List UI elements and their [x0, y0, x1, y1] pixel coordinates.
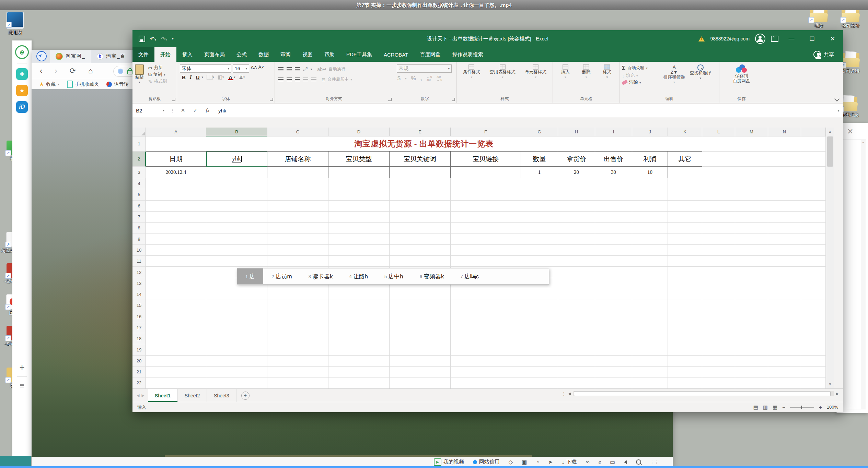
cell-K10[interactable]	[668, 245, 702, 256]
cell-K18[interactable]	[668, 333, 702, 344]
cell-J2[interactable]: 利润	[632, 152, 668, 167]
health-app-icon[interactable]: ✚	[16, 68, 28, 80]
cell-A3[interactable]: 2020.12.4	[146, 167, 206, 178]
cell-D17[interactable]	[328, 322, 390, 333]
font-name-combo[interactable]: 宋体▾	[180, 64, 231, 73]
cell-L10[interactable]	[702, 245, 735, 256]
row-header-8[interactable]: 8	[132, 223, 146, 233]
desktop-icon[interactable]: ↗ 此电脑	[1, 12, 30, 35]
cell-L6[interactable]	[702, 201, 735, 212]
cell-K3[interactable]	[668, 167, 702, 178]
cell-M18[interactable]	[735, 333, 768, 344]
borders-icon[interactable]	[207, 75, 212, 80]
clear-button[interactable]: 清除▾	[622, 80, 659, 85]
cell-G2[interactable]: 数量	[521, 152, 558, 167]
cell-B15[interactable]	[206, 300, 267, 311]
cell-L11[interactable]	[702, 256, 735, 267]
cell-C2[interactable]: 店铺名称	[267, 152, 328, 167]
cell-F21[interactable]	[451, 367, 521, 377]
cell-I16[interactable]	[595, 311, 632, 322]
cell-G7[interactable]	[521, 212, 558, 223]
cell-C18[interactable]	[267, 333, 328, 344]
cell-D18[interactable]	[328, 333, 390, 344]
insert-function-icon[interactable]: fx	[201, 108, 214, 113]
row-header-17[interactable]: 17	[132, 322, 146, 333]
column-header-F[interactable]: F	[451, 128, 521, 136]
cell-E15[interactable]	[390, 300, 451, 311]
ribbon-tab[interactable]: ACROBAT	[378, 47, 414, 62]
percent-icon[interactable]: %	[411, 75, 416, 82]
cell-J18[interactable]	[632, 333, 668, 344]
cell-L1[interactable]	[702, 136, 735, 152]
cell-H6[interactable]	[558, 201, 595, 212]
row-header-13[interactable]: 13	[132, 278, 146, 289]
cell-A4[interactable]	[146, 178, 206, 189]
column-header-A[interactable]: A	[146, 128, 206, 136]
cell-H15[interactable]	[558, 300, 595, 311]
cell-K7[interactable]	[668, 212, 702, 223]
row-header-18[interactable]: 18	[132, 333, 146, 344]
cell-G14[interactable]	[521, 289, 558, 300]
cell-I13[interactable]	[595, 278, 632, 289]
dialog-launcher-icon[interactable]	[452, 98, 455, 101]
cell-N5[interactable]	[768, 189, 801, 200]
zoom-level[interactable]: 100%	[827, 405, 838, 410]
cell-M7[interactable]	[735, 212, 768, 223]
row-header-12[interactable]: 12	[132, 267, 146, 278]
cell-E16[interactable]	[390, 311, 451, 322]
zoom-slider[interactable]	[790, 407, 814, 408]
cell-E4[interactable]	[390, 178, 451, 189]
cell-L3[interactable]	[702, 167, 735, 178]
align-bottom-icon[interactable]	[295, 67, 300, 71]
column-header-K[interactable]: K	[668, 128, 702, 136]
vertical-scrollbar[interactable]: ▲ ▼	[826, 128, 834, 388]
cell-I22[interactable]	[595, 377, 632, 388]
find-select-button[interactable]: 查找和选择▾	[687, 64, 714, 86]
cell-L16[interactable]	[702, 311, 735, 322]
cell-H4[interactable]	[558, 178, 595, 189]
cell-E21[interactable]	[390, 367, 451, 377]
decrease-indent-icon[interactable]	[303, 77, 308, 81]
cell-H8[interactable]	[558, 223, 595, 233]
refresh-icon[interactable]: ⟳	[70, 67, 76, 75]
column-header-B[interactable]: B	[206, 128, 267, 136]
cell-I5[interactable]	[595, 189, 632, 200]
cell-A8[interactable]	[146, 223, 206, 233]
cell-D6[interactable]	[328, 201, 390, 212]
cell-N2[interactable]	[768, 152, 801, 167]
cell-B4[interactable]	[206, 178, 267, 189]
cell-A21[interactable]	[146, 367, 206, 377]
cell-G15[interactable]	[521, 300, 558, 311]
cell-F8[interactable]	[451, 223, 521, 233]
ime-candidate[interactable]: 3读卡器k	[300, 268, 341, 284]
cell-J11[interactable]	[632, 256, 668, 267]
paste-button[interactable]: 粘贴▾	[132, 64, 146, 86]
cell-L18[interactable]	[702, 333, 735, 344]
save-to-baidu-button[interactable]: 保存到 百度网盘	[719, 64, 764, 84]
cell-E2[interactable]: 宝贝关键词	[390, 152, 451, 167]
cell-C11[interactable]	[267, 256, 328, 267]
cell-L12[interactable]	[702, 267, 735, 278]
cell-L8[interactable]	[702, 223, 735, 233]
cell-L2[interactable]	[702, 152, 735, 167]
column-header-J[interactable]: J	[632, 128, 668, 136]
cell-M20[interactable]	[735, 356, 768, 367]
voice-bookmark[interactable]: 语音转	[106, 81, 128, 87]
font-size-combo[interactable]: 16▾	[233, 64, 249, 73]
cell-J8[interactable]	[632, 223, 668, 233]
add-icon[interactable]: +	[12, 362, 32, 373]
column-header-N[interactable]: N	[768, 128, 801, 136]
cell-G16[interactable]	[521, 311, 558, 322]
cell-J14[interactable]	[632, 289, 668, 300]
favorites-app-icon[interactable]: ★	[16, 85, 28, 96]
cell-K15[interactable]	[668, 300, 702, 311]
cell-H12[interactable]	[558, 267, 595, 278]
cell-N9[interactable]	[768, 233, 801, 244]
cell-H16[interactable]	[558, 311, 595, 322]
ribbon-tab[interactable]: 审阅	[275, 47, 297, 62]
cell-M21[interactable]	[735, 367, 768, 377]
formula-input[interactable]: yhk	[214, 104, 834, 117]
cell-I17[interactable]	[595, 322, 632, 333]
cell-N4[interactable]	[768, 178, 801, 189]
decrease-font-icon[interactable]: A˅	[258, 64, 264, 73]
